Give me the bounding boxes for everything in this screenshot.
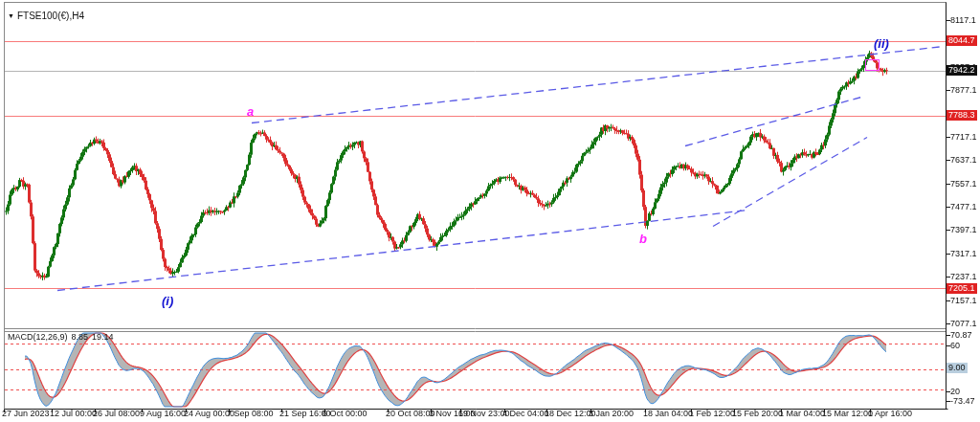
- price-axis-label: 7877.1: [950, 85, 977, 95]
- time-axis-label: 3 Jan 20:00: [589, 409, 634, 418]
- symbol-title-text: FTSE100(€),H4: [17, 11, 84, 21]
- macd-main-value: 8.85: [72, 332, 89, 342]
- candlestick-chart-canvas[interactable]: [0, 0, 980, 422]
- macd-scale-label: -73.47: [950, 396, 975, 406]
- current-price-box: 7942.2: [947, 65, 977, 76]
- time-axis-label: 26 Jul 08:00: [93, 409, 140, 418]
- time-axis-label: 9 Aug 16:00: [140, 409, 186, 418]
- time-axis[interactable]: 27 Jun 202312 Jul 00:0026 Jul 08:009 Aug…: [0, 408, 980, 421]
- symbol-title: ▼FTSE100(€),H4: [8, 11, 84, 21]
- hline-price-box: 7788.3: [947, 110, 977, 121]
- time-axis-label: 4 Dec 04:00: [502, 409, 549, 418]
- price-axis-label: 7637.1: [950, 155, 977, 165]
- time-axis-label: 6 Oct 00:00: [323, 409, 368, 418]
- time-axis-label: 1 Mar 04:00: [779, 409, 825, 418]
- elliott-wave-label[interactable]: (ii): [874, 36, 889, 51]
- hline-price-box: 8044.7: [947, 35, 977, 46]
- rectangle-annotation[interactable]: [865, 59, 880, 71]
- time-axis-label: 27 Jun 2023: [2, 409, 50, 418]
- mt4-chart-window: ▼FTSE100(€),H4 8117.17957.17877.17717.17…: [0, 0, 980, 422]
- price-axis-label: 8117.1: [950, 15, 976, 25]
- time-axis-label: 20 Oct 08:00: [386, 409, 435, 418]
- price-axis-label: 7397.1: [950, 225, 977, 234]
- macd-signal-value: 19.14: [92, 332, 114, 342]
- macd-indicator-label: MACD(12,26,9)8.8519.14: [8, 332, 118, 342]
- time-axis-label: 7 Sep 08:00: [227, 409, 274, 418]
- elliott-wave-label[interactable]: (i): [162, 294, 173, 308]
- time-axis-label: 12 Jul 00:00: [50, 409, 97, 418]
- chart-shift-arrow-icon[interactable]: ▼: [8, 12, 14, 19]
- price-axis-label: 7557.1: [950, 179, 977, 189]
- elliott-wave-label[interactable]: a: [247, 104, 254, 119]
- time-axis-label: 18 Jan 04:00: [643, 409, 693, 418]
- macd-scale-label: 20: [950, 387, 960, 396]
- elliott-wave-label[interactable]: b: [639, 232, 647, 246]
- macd-scale-label: 70.87: [950, 330, 972, 340]
- price-axis-label: 7477.1: [950, 202, 977, 211]
- time-axis-label: 1 Feb 12:00: [689, 409, 735, 418]
- macd-name: MACD(12,26,9): [8, 332, 68, 342]
- macd-axis[interactable]: 70.876020-73.479.00: [946, 328, 980, 409]
- macd-scale-label: 60: [950, 341, 960, 350]
- price-axis-label: 7317.1: [950, 249, 977, 258]
- macd-value-box: 9.00: [947, 363, 968, 373]
- hline-price-box: 7205.1: [947, 283, 977, 294]
- price-axis-label: 7077.1: [950, 319, 977, 328]
- time-axis-label: 1 Apr 16:00: [868, 409, 912, 418]
- time-axis-label: 15 Feb 20:00: [732, 409, 783, 418]
- price-axis-label: 7717.1: [950, 132, 977, 142]
- price-axis-label: 7237.1: [950, 272, 977, 281]
- time-axis-label: 15 Mar 12:00: [822, 409, 873, 418]
- price-axis-label: 7157.1: [950, 296, 977, 305]
